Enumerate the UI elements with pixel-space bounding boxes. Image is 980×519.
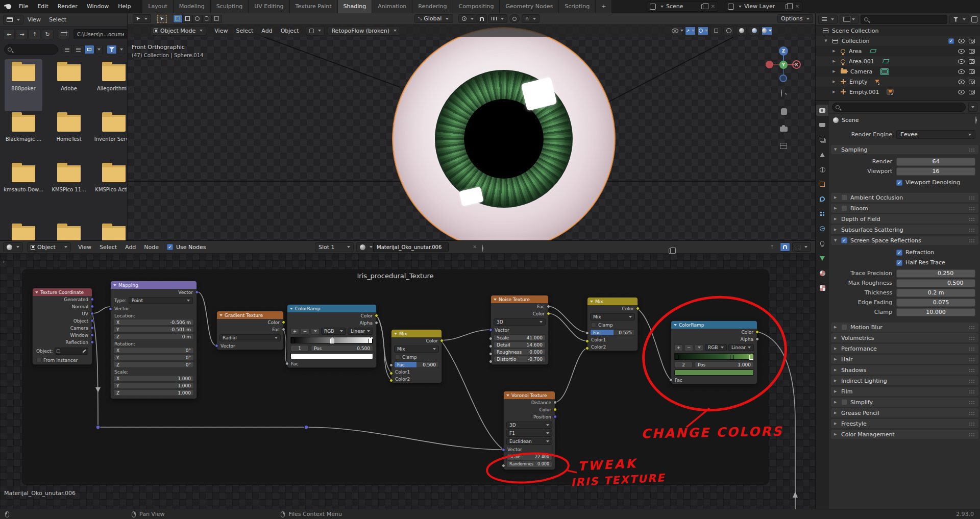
outliner-row-empty[interactable]: ▶ Empty ▼2 — [816, 77, 980, 87]
viewport-3d[interactable]: ⤡ Global ∩ Options Object Mode View Sele… — [128, 13, 815, 240]
socket-vector-in[interactable] — [502, 448, 505, 452]
motion-blur-checkbox[interactable] — [841, 324, 847, 330]
tab-output-properties[interactable] — [816, 119, 828, 131]
node-header[interactable]: Mix — [391, 330, 442, 337]
half-res-trace-checkbox[interactable]: ✓ — [896, 260, 902, 266]
samples-render-field[interactable]: 64 — [896, 158, 975, 166]
tab-particle-properties[interactable] — [816, 208, 828, 219]
thickness-field[interactable]: 0.2 m — [896, 289, 975, 297]
pin-id-icon[interactable] — [975, 117, 976, 123]
vp-menu-view[interactable]: View — [210, 28, 232, 34]
tab-sculpting[interactable]: Sculpting — [211, 0, 249, 13]
display-thumbnails-button[interactable] — [84, 45, 94, 54]
shading-wireframe-button[interactable] — [723, 27, 734, 35]
expand-arrow[interactable]: ▶ — [831, 90, 837, 94]
ramp-options-dropdown[interactable] — [311, 328, 320, 335]
socket-alpha-out[interactable] — [375, 321, 378, 325]
node-noise-texture[interactable]: Noise Texture Fac Color 3D Vector Scale4… — [491, 295, 549, 365]
section-color-management[interactable]: ▶Color Management — [831, 430, 978, 439]
ramp-remove-stop-button[interactable]: − — [301, 328, 309, 335]
tab-physics-properties[interactable] — [816, 223, 828, 234]
menu-render[interactable]: Render — [53, 3, 82, 10]
display-settings-dropdown[interactable] — [95, 45, 103, 54]
display-vertical-list-button[interactable] — [62, 45, 72, 54]
ao-checkbox[interactable] — [841, 194, 847, 201]
nav-up-button[interactable]: ↑ — [29, 29, 40, 39]
socket-distortion-in[interactable] — [489, 360, 493, 363]
view-layer-selector[interactable]: View Layer ✕ — [725, 2, 802, 12]
active-tool-dropdown[interactable] — [133, 14, 151, 23]
section-bloom[interactable]: ▶Bloom — [831, 204, 978, 213]
socket-alpha-out[interactable] — [755, 337, 759, 341]
menu-window[interactable]: Window — [82, 3, 113, 10]
snap-toggle-button[interactable] — [477, 14, 487, 23]
socket-distance-out[interactable] — [553, 401, 557, 404]
ramp-stop-index-field[interactable]: 2 — [674, 361, 693, 368]
create-folder-button[interactable]: + — [58, 29, 69, 39]
unlink-scene-icon[interactable]: ✕ — [711, 4, 715, 9]
disable-render-icon[interactable] — [969, 80, 975, 84]
folder-item[interactable]: 888poker — [2, 64, 45, 91]
socket-color2-in[interactable] — [389, 379, 393, 382]
tab-modeling[interactable]: Modeling — [174, 0, 211, 13]
tab-compositing[interactable]: Compositing — [453, 0, 500, 13]
tab-scene-properties[interactable] — [816, 149, 828, 160]
socket-normal[interactable] — [90, 305, 94, 308]
socket-color-out[interactable] — [636, 307, 640, 310]
node-mix-2[interactable]: Mix Color Mix Clamp Fac0.525 Color1 Colo… — [587, 297, 638, 351]
vp-menu-object[interactable]: Object — [277, 28, 303, 34]
copy-material-icon[interactable] — [669, 249, 673, 254]
menu-edit[interactable]: Edit — [33, 3, 53, 10]
remove-view-layer-icon[interactable]: ✕ — [795, 4, 799, 9]
snapping-dropdown[interactable] — [488, 14, 507, 23]
outliner-row-scene-collection[interactable]: Scene Collection — [816, 26, 980, 36]
pin-icon[interactable] — [482, 245, 483, 252]
folder-item[interactable]: KMSPico Acti... — [92, 165, 128, 192]
location-y-field[interactable]: Y-0.501 m — [113, 326, 194, 333]
voronoi-metric-dropdown[interactable]: Euclidean — [506, 438, 552, 445]
section-performance[interactable]: ▶Performance — [831, 344, 978, 353]
ramp-stop[interactable] — [369, 337, 373, 343]
object-picker-field[interactable] — [55, 348, 88, 355]
node-header[interactable]: Noise Texture — [491, 295, 548, 303]
parent-node-tree-icon[interactable]: ↑ — [770, 244, 774, 251]
samples-viewport-field[interactable]: 16 — [896, 167, 975, 176]
scene-selector[interactable]: Scene ✕ — [647, 2, 718, 12]
pan-hand-icon[interactable] — [781, 108, 787, 115]
section-volumetrics[interactable]: ▶Volumetrics — [831, 333, 978, 342]
overlays-dropdown[interactable] — [698, 27, 708, 35]
file-browser-type-dropdown[interactable] — [3, 15, 23, 24]
menu-file[interactable]: File — [14, 3, 33, 10]
scale-y-field[interactable]: Y1.000 — [113, 382, 194, 389]
location-z-field[interactable]: Z0 m — [113, 333, 194, 340]
hide-viewport-icon[interactable] — [958, 80, 965, 84]
orthographic-grid-icon[interactable] — [780, 143, 787, 149]
tab-layout[interactable]: Layout — [142, 0, 173, 13]
scene-name[interactable]: Scene — [666, 3, 697, 10]
ramp-stop-color-swatch[interactable] — [674, 369, 754, 376]
socket-fac-in[interactable] — [285, 362, 289, 365]
node-mix-1[interactable]: Mix Color Mix Clamp Fac0.500 Color1 Colo… — [391, 329, 442, 383]
socket-vector-in[interactable] — [109, 307, 112, 311]
disable-render-icon[interactable] — [969, 69, 975, 74]
disable-render-icon[interactable] — [969, 59, 975, 64]
ramp-interpolation-dropdown[interactable]: Linear — [728, 344, 754, 351]
section-freestyle[interactable]: ▶Freestyle — [831, 419, 978, 428]
mapping-type-dropdown[interactable]: Point — [129, 297, 193, 304]
transform-orientation-dropdown[interactable]: ⤡ Global — [414, 14, 453, 23]
tab-object-data-properties[interactable] — [816, 253, 828, 264]
edge-fading-slider[interactable]: 0.075 — [896, 299, 975, 307]
folder-item[interactable]: HomeTest — [47, 115, 91, 142]
simplify-checkbox[interactable] — [841, 399, 847, 405]
select-mode-circle[interactable] — [192, 15, 202, 23]
disable-render-icon[interactable] — [969, 49, 975, 54]
socket-fac-in[interactable] — [669, 378, 673, 382]
addon-menu-dropdown[interactable]: RetopoFlow (broken) — [328, 26, 400, 36]
ramp-color-mode-dropdown[interactable]: RGB — [705, 344, 727, 351]
socket-vector-in[interactable] — [489, 328, 493, 332]
ramp-stop[interactable] — [291, 337, 295, 343]
rotation-y-field[interactable]: Y0° — [113, 354, 194, 361]
proportional-falloff-dropdown[interactable]: ∩ — [522, 14, 540, 23]
socket-color-out[interactable] — [547, 312, 550, 315]
ne-menu-view[interactable]: View — [74, 244, 95, 251]
